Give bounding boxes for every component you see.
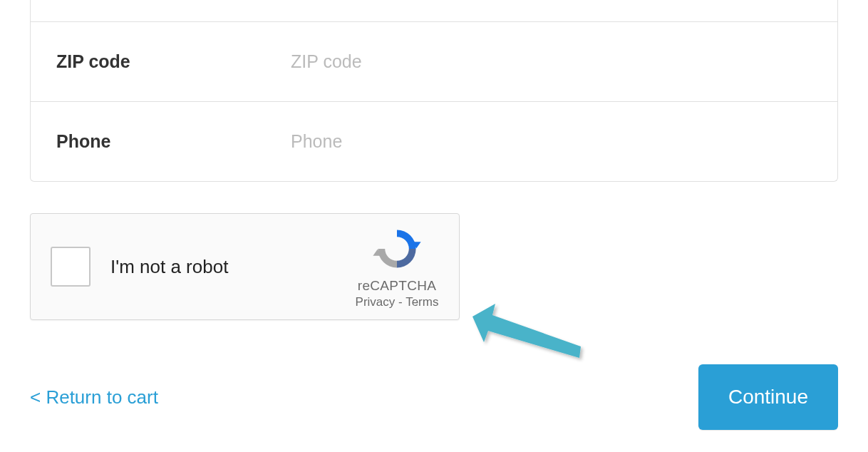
svg-marker-0 bbox=[472, 304, 581, 358]
recaptcha-privacy-link[interactable]: Privacy bbox=[356, 295, 396, 309]
recaptcha-widget: I'm not a robot reCAPTCHA Privacy - Term… bbox=[30, 213, 460, 320]
recaptcha-branding: reCAPTCHA Privacy - Terms bbox=[351, 224, 443, 309]
recaptcha-label: I'm not a robot bbox=[110, 256, 351, 278]
continue-button[interactable]: Continue bbox=[698, 364, 838, 430]
zip-input[interactable] bbox=[291, 51, 837, 72]
form-row-zip: ZIP code bbox=[31, 21, 837, 101]
zip-label: ZIP code bbox=[31, 51, 291, 72]
form-row-spacer bbox=[31, 0, 837, 21]
annotation-arrow-icon bbox=[467, 301, 595, 365]
footer-actions: < Return to cart Continue bbox=[30, 364, 838, 430]
return-to-cart-link[interactable]: < Return to cart bbox=[30, 386, 158, 409]
recaptcha-legal: Privacy - Terms bbox=[356, 295, 439, 309]
recaptcha-terms-link[interactable]: Terms bbox=[405, 295, 438, 309]
recaptcha-legal-separator: - bbox=[395, 295, 405, 309]
recaptcha-brand-text: reCAPTCHA bbox=[358, 278, 436, 294]
phone-input[interactable] bbox=[291, 131, 837, 152]
recaptcha-checkbox[interactable] bbox=[51, 247, 91, 287]
form-row-phone: Phone bbox=[31, 101, 837, 181]
checkout-form: ZIP code Phone bbox=[30, 0, 838, 182]
phone-label: Phone bbox=[31, 131, 291, 152]
recaptcha-icon bbox=[372, 224, 422, 274]
